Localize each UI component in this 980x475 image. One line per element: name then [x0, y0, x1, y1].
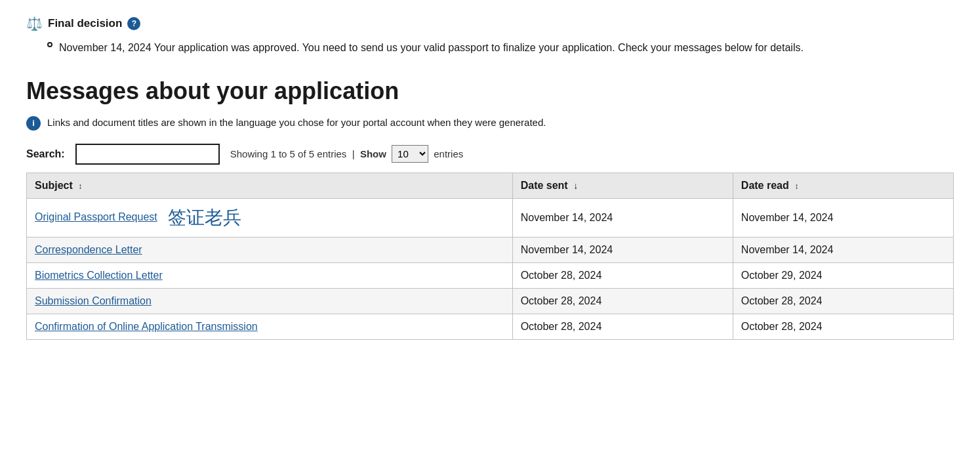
final-decision-title: Final decision	[48, 17, 122, 30]
sort-date-read-icon: ↕	[794, 182, 798, 191]
table-cell-date-sent: October 28, 2024	[512, 288, 733, 314]
messages-table: Subject ↕ Date sent ↓ Date read ↕ Origin…	[26, 173, 954, 340]
col-subject[interactable]: Subject ↕	[27, 173, 513, 198]
table-cell-date-read: October 29, 2024	[733, 262, 953, 288]
watermark-text: 签证老兵	[168, 207, 241, 228]
table-cell-date-sent: November 14, 2024	[512, 198, 733, 237]
subject-link[interactable]: Submission Confirmation	[35, 295, 152, 306]
table-cell-subject: Original Passport Request签证老兵	[27, 198, 513, 237]
show-label: Show	[360, 148, 386, 159]
table-row: Correspondence LetterNovember 14, 2024No…	[27, 237, 954, 262]
info-banner: i Links and document titles are shown in…	[26, 115, 954, 131]
info-banner-text: Links and document titles are shown in t…	[47, 115, 546, 131]
entries-info: Showing 1 to 5 of 5 entries | Show 10 25…	[230, 145, 464, 163]
help-icon[interactable]: ?	[127, 17, 140, 30]
subject-link[interactable]: Correspondence Letter	[35, 244, 142, 255]
show-entries-select[interactable]: 10 25 50 100	[392, 145, 428, 163]
sort-date-sent-icon: ↓	[573, 180, 578, 191]
table-cell-date-read: October 28, 2024	[733, 314, 953, 339]
col-date-sent[interactable]: Date sent ↓	[512, 173, 733, 198]
final-decision-header: ⚖️ Final decision ?	[26, 16, 954, 31]
subject-link[interactable]: Biometrics Collection Letter	[35, 270, 163, 281]
controls-row: Search: Showing 1 to 5 of 5 entries | Sh…	[26, 144, 954, 165]
search-label: Search:	[26, 148, 65, 160]
entries-label: entries	[434, 148, 463, 159]
final-decision-body: November 14, 2024 Your application was a…	[59, 39, 804, 56]
info-icon: i	[26, 116, 41, 131]
messages-heading: Messages about your application	[26, 77, 954, 105]
table-cell-date-sent: October 28, 2024	[512, 314, 733, 339]
table-cell-subject: Confirmation of Online Application Trans…	[27, 314, 513, 339]
messages-section: Messages about your application i Links …	[26, 77, 954, 340]
subject-link[interactable]: Confirmation of Online Application Trans…	[35, 321, 258, 332]
table-cell-date-read: November 14, 2024	[733, 198, 953, 237]
final-decision-text: November 14, 2024 Your application was a…	[47, 39, 954, 56]
table-header-row: Subject ↕ Date sent ↓ Date read ↕	[27, 173, 954, 198]
table-cell-subject: Correspondence Letter	[27, 237, 513, 262]
table-row: Submission ConfirmationOctober 28, 2024O…	[27, 288, 954, 314]
bullet-item: November 14, 2024 Your application was a…	[47, 39, 954, 56]
table-row: Biometrics Collection LetterOctober 28, …	[27, 262, 954, 288]
sort-subject-icon: ↕	[78, 182, 82, 191]
col-date-read[interactable]: Date read ↕	[733, 173, 953, 198]
table-cell-date-sent: October 28, 2024	[512, 262, 733, 288]
table-cell-date-sent: November 14, 2024	[512, 237, 733, 262]
table-cell-date-read: October 28, 2024	[733, 288, 953, 314]
subject-link[interactable]: Original Passport Request	[35, 211, 157, 222]
bullet-circle-icon	[47, 42, 52, 47]
search-input[interactable]	[75, 144, 220, 165]
table-cell-date-read: November 14, 2024	[733, 237, 953, 262]
table-cell-subject: Biometrics Collection Letter	[27, 262, 513, 288]
scale-icon: ⚖️	[26, 16, 43, 31]
final-decision-section: ⚖️ Final decision ? November 14, 2024 Yo…	[26, 16, 954, 56]
table-row: Confirmation of Online Application Trans…	[27, 314, 954, 339]
table-row: Original Passport Request签证老兵November 14…	[27, 198, 954, 237]
table-cell-subject: Submission Confirmation	[27, 288, 513, 314]
